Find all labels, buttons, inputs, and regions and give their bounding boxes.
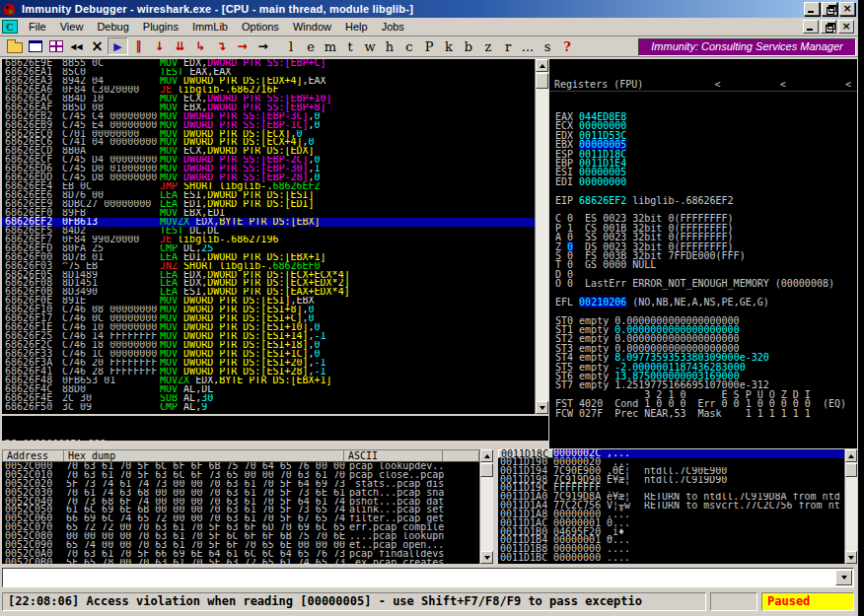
scroll-up-icon[interactable] <box>480 449 493 462</box>
menu-item-options[interactable]: Options <box>235 19 286 34</box>
disasm-scrollbar[interactable] <box>535 59 548 414</box>
dump-row[interactable]: 0052C07065 72 72 00 70 63 61 70 5F 63 6F… <box>2 523 479 532</box>
close-button[interactable]: × <box>839 2 855 16</box>
command-input[interactable] <box>4 570 838 585</box>
view-button-help[interactable]: ? <box>557 39 577 54</box>
disasm-row[interactable]: 68626EFD80FA 25CMP DL,25 <box>2 244 535 253</box>
scroll-up-icon[interactable] <box>536 59 548 72</box>
menu-item-immlib[interactable]: ImmLib <box>185 19 235 34</box>
disasm-row[interactable]: 68626EC0C701 00000000MOV DWORD PTR DS:[E… <box>2 130 535 139</box>
disassembly-pane[interactable]: 68626E9E8B55 0CMOV EDX,DWORD PTR SS:[EBP… <box>2 59 535 414</box>
view-button-h[interactable]: h <box>380 39 399 54</box>
disasm-row[interactable]: 68626EA38942 04MOV DWORD PTR DS:[EDX+4],… <box>2 77 535 86</box>
disasm-row[interactable]: 68626EC6C741 04 00000000MOV DWORD PTR DS… <box>2 138 535 147</box>
step-into-button[interactable]: ↓ <box>149 37 170 55</box>
stack-row[interactable]: 0011D1B4000000010... <box>498 536 844 545</box>
disasm-row[interactable]: 68626F33C746 1C 00000000MOV DWORD PTR DS… <box>2 350 535 359</box>
restore-button[interactable] <box>822 2 837 16</box>
scroll-up-icon[interactable] <box>845 449 857 462</box>
disasm-row[interactable]: 68626EAF8B5D 08MOV EBX,DWORD PTR SS:[EBP… <box>2 103 535 112</box>
disasm-row[interactable]: 68626EB2C745 C4 00000000MOV DWORD PTR SS… <box>2 112 535 121</box>
dump-scrollbar[interactable] <box>479 449 493 564</box>
stack-row[interactable]: 0011D1B004695F20_i♦ <box>498 528 844 537</box>
stack-row[interactable]: 0011D1987C919D90É¥æ¦ntdll.7C919D90 <box>498 476 844 485</box>
view-button-k[interactable]: k <box>439 39 459 54</box>
registers-pane[interactable]: Registers (FPU) < < < EAX 044ED8E8ECX 00… <box>549 59 857 448</box>
disasm-row[interactable]: 68626EE68D76 00LEA ESI,DWORD PTR DS:[ESI… <box>2 191 535 200</box>
view-button-b[interactable]: b <box>459 39 478 54</box>
pane-resize-marks[interactable]: < < < <box>715 80 851 89</box>
disasm-row[interactable]: 68626EF089FBMOV EBX,EDI <box>2 209 535 218</box>
menu-item-help[interactable]: Help <box>338 19 375 34</box>
disasm-row[interactable]: 68626F503C 09CMP AL,9 <box>2 403 535 412</box>
disasm-row[interactable]: 68626ED6C745 D0 01000000MOV DWORD PTR SS… <box>2 165 535 173</box>
disasm-row[interactable]: 68626F0B8D3490LEA ESI,DWORD PTR DS:[EAX+… <box>2 288 535 297</box>
disasm-row[interactable]: 68626EAC8B4D 10MOV ECX,DWORD PTR SS:[EBP… <box>2 95 535 103</box>
disasm-row[interactable]: 68626EF70F84 99020000JE libglib-.6862719… <box>2 236 535 244</box>
dump-header-ascii[interactable]: ASCII <box>344 450 443 461</box>
disasm-row[interactable]: 68626F41C746 28 FFFFFFFFMOV DWORD PTR DS… <box>2 368 535 376</box>
view-button-s[interactable]: s <box>538 39 557 54</box>
scroll-down-icon[interactable] <box>845 551 857 564</box>
dump-row[interactable]: 0052C00070 63 61 70 5F 6C 6F 6F 6B 75 70… <box>2 462 479 471</box>
stack-row[interactable]: 0011D1A477C2C756V¦╥wRETURN to msvcrt.77C… <box>498 502 844 511</box>
view-button-l[interactable]: l <box>281 39 301 54</box>
child-minimize-button[interactable] <box>803 20 819 34</box>
disasm-row[interactable]: 68626F10C746 08 00000000MOV DWORD PTR DS… <box>2 306 535 314</box>
disasm-row[interactable]: 68626EF584D2TEST DL,DL <box>2 227 535 236</box>
stack-pane[interactable]: 0011D18C0000002C,...0011D19000000020 ...… <box>498 449 844 564</box>
disasm-row[interactable]: 68626F4C88D0MOV AL,DL <box>2 385 535 394</box>
view-button-more[interactable]: ... <box>518 39 538 54</box>
view-button-z[interactable]: z <box>478 39 498 54</box>
disasm-row[interactable]: 68626ECFC745 D4 00000000MOV DWORD PTR SS… <box>2 156 535 165</box>
view-button-m[interactable]: m <box>321 39 340 54</box>
dump-row[interactable]: 0052C0A070 63 61 70 5F 66 69 6E 64 61 6C… <box>2 550 479 559</box>
stack-row[interactable]: 0011D1A07C919D8Aè¥æ¦RETURN to ntdll.7C91… <box>498 493 844 502</box>
disasm-row[interactable]: 68626F4E2C 30SUB AL,30 <box>2 394 535 403</box>
dump-row[interactable]: 0052C08000 00 00 00 70 63 61 70 5F 6C 6F… <box>2 532 479 541</box>
dump-row[interactable]: 0052C04070 73 68 6F 74 00 00 00 70 63 61… <box>2 498 479 507</box>
minimize-button[interactable] <box>804 2 820 16</box>
disasm-row[interactable]: 68626F3AC746 20 FFFFFFFFMOV DWORD PTR DS… <box>2 359 535 368</box>
step-over-button[interactable]: ⇊ <box>170 37 190 55</box>
close-process-button[interactable]: × <box>87 37 108 55</box>
command-line-combo[interactable] <box>2 568 854 587</box>
disasm-row[interactable]: 68626F008D7B 01LEA EDI,DWORD PTR DS:[EBX… <box>2 253 535 262</box>
dropdown-arrow-icon[interactable] <box>835 570 852 585</box>
until-user-code-button[interactable]: → <box>252 37 273 55</box>
view-button-e[interactable]: e <box>301 39 321 54</box>
disasm-row[interactable]: 68626EE98DBC27 00000000LEA EDI,DWORD PTR… <box>2 200 535 209</box>
stack-scrollbar[interactable] <box>844 449 857 564</box>
dump-row[interactable]: 0052C0205F 73 74 61 74 73 00 00 70 63 61… <box>2 480 479 489</box>
menu-item-debug[interactable]: Debug <box>90 19 135 34</box>
disasm-row[interactable]: 68626EA185C0TEST EAX,EAX <box>2 68 535 77</box>
view-button-c[interactable]: c <box>399 39 419 54</box>
open-file-button[interactable] <box>4 37 25 55</box>
child-restore-button[interactable] <box>821 20 836 34</box>
scroll-thumb[interactable] <box>845 463 857 477</box>
disasm-row[interactable]: 68626E9E8B55 0CMOV EDX,DWORD PTR SS:[EBP… <box>2 59 535 68</box>
disasm-row[interactable]: 68626F480FB653 01MOVZX EDX,BYTE PTR DS:[… <box>2 376 535 385</box>
disasm-row[interactable]: 68626F2CC746 18 00000000MOV DWORD PTR DS… <box>2 341 535 350</box>
view-button-t[interactable]: t <box>340 39 360 54</box>
disasm-row[interactable]: 68626F0E891EMOV DWORD PTR DS:[ESI],EBX <box>2 297 535 306</box>
disasm-row[interactable]: 68626F1EC746 10 00000000MOV DWORD PTR DS… <box>2 323 535 332</box>
menu-item-file[interactable]: File <box>22 19 53 34</box>
titlebar[interactable]: Immunity Debugger - wireshark.exe - [CPU… <box>0 0 858 18</box>
animate-over-button[interactable]: ↴ <box>211 37 232 55</box>
dump-header-address[interactable]: Address <box>3 450 64 461</box>
stack-row[interactable]: 0011D18C0000002C,... <box>498 449 844 458</box>
window-list-button[interactable] <box>25 37 45 55</box>
run-button[interactable]: ▶ <box>108 37 128 55</box>
stack-row[interactable]: 0011D19CFFFFFFFF <box>498 484 844 493</box>
patches-button[interactable] <box>45 37 66 55</box>
stack-row[interactable]: 0011D1A800000000.... <box>498 511 844 519</box>
dump-row[interactable]: 0052C03070 61 74 63 68 00 00 00 70 63 61… <box>2 489 479 498</box>
disasm-row[interactable]: 68626EE4EB 0CJMP SHORT libglib-.68626EF2 <box>2 182 535 191</box>
stack-row[interactable]: 0011D1AC000000010... <box>498 519 844 528</box>
disasm-row[interactable]: 68626F17C746 0C 00000000MOV DWORD PTR DS… <box>2 314 535 323</box>
disasm-row[interactable]: 68626EA60F84 C3020000JE libglib-.6862716… <box>2 86 535 95</box>
disasm-row[interactable]: 68626F058D1489LEA EDX,DWORD PTR DS:[ECX+… <box>2 271 535 280</box>
view-button-P[interactable]: P <box>419 39 439 54</box>
disasm-row[interactable]: 68626EDDC745 D8 00000000MOV DWORD PTR SS… <box>2 173 535 182</box>
